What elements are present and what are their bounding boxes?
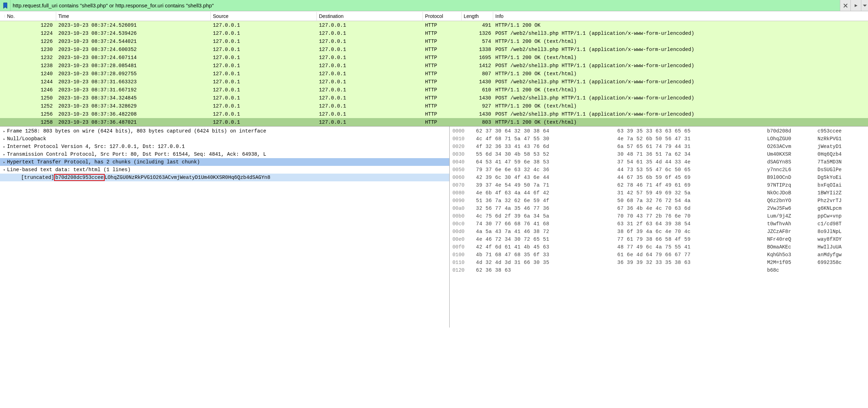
expand-caret-icon[interactable]: ▸ (1, 137, 7, 141)
hex-row[interactable]: 01104d 32 4d 3d 31 66 30 3536 39 39 32 3… (452, 259, 868, 266)
expand-caret-icon[interactable]: ▸ (1, 160, 7, 164)
truncated-body-rest: LOhqZGU0NzRkPVG1O263ACvmjWeatyD1Um40KXSR… (105, 175, 270, 180)
truncated-label: [truncated] (21, 175, 54, 180)
expand-caret-icon[interactable]: ▸ (1, 144, 7, 149)
hex-row[interactable]: 00c074 30 77 66 68 76 41 6863 31 2f 63 6… (452, 220, 868, 228)
hex-row[interactable]: 00204f 32 36 33 41 43 76 6d6a 57 65 61 7… (452, 143, 868, 150)
packet-row[interactable]: 12202023-10-23 08:37:24.526091127.0.0.11… (0, 21, 868, 29)
hex-row[interactable]: 005079 37 6e 6e 63 32 4c 3644 73 53 55 4… (452, 166, 868, 174)
hex-row[interactable]: 003055 6d 34 30 4b 58 53 5230 48 71 36 5… (452, 150, 868, 158)
hex-row[interactable]: 00d04a 5a 43 7a 41 46 38 7238 6f 39 4a 6… (452, 228, 868, 235)
expand-caret-icon[interactable]: ▾ (1, 168, 7, 172)
col-header-time[interactable]: Time (56, 12, 211, 20)
filter-bookmark-icon[interactable] (0, 0, 11, 11)
tree-row[interactable]: ▸Frame 1258: 803 bytes on wire (6424 bit… (0, 127, 449, 135)
tree-row[interactable]: ▸Transmission Control Protocol, Src Port… (0, 150, 449, 158)
packet-row[interactable]: →12562023-10-23 08:37:36.482208127.0.0.1… (0, 110, 868, 118)
hex-row[interactable]: 009051 36 7a 32 62 6e 59 4f50 68 7a 32 7… (452, 197, 868, 205)
packet-row[interactable]: →12582023-10-23 08:37:36.487021127.0.0.1… (0, 118, 868, 126)
hex-row[interactable]: 00e04e 46 72 34 30 72 65 5177 61 79 38 6… (452, 235, 868, 243)
packet-list[interactable]: 12202023-10-23 08:37:24.526091127.0.0.11… (0, 21, 868, 126)
col-header-info[interactable]: Info (493, 12, 868, 20)
packet-list-header: No. Time Source Destination Protocol Len… (0, 11, 868, 21)
filter-apply-button[interactable] (850, 0, 861, 11)
display-filter-input[interactable] (11, 0, 840, 11)
display-filter-bar (0, 0, 868, 11)
tree-response-body[interactable]: [truncated]b70d208dc953cceeLOhqZGU0NzRkP… (0, 174, 449, 181)
hex-row[interactable]: 00804e 6b 4f 63 4a 44 6f 4231 42 57 59 4… (452, 189, 868, 197)
expand-caret-icon[interactable]: ▸ (1, 129, 7, 134)
packet-row[interactable]: 12242023-10-23 08:37:24.539426127.0.0.11… (0, 29, 868, 37)
highlighted-hash: b70d208dc953ccee (54, 174, 104, 181)
filter-clear-button[interactable] (840, 0, 850, 11)
hex-row[interactable]: 004064 53 41 47 59 6e 38 5337 54 61 35 4… (452, 158, 868, 166)
hex-row[interactable]: 007039 37 4e 54 49 50 7a 7162 78 46 71 4… (452, 181, 868, 189)
hex-row[interactable]: 00104c 4f 68 71 5a 47 55 304e 7a 52 6b 5… (452, 135, 868, 143)
hex-row[interactable]: 012062 36 38 63b68c (452, 266, 868, 274)
col-header-protocol[interactable]: Protocol (423, 12, 462, 20)
hex-row[interactable]: 00f042 4f 6d 61 41 4b 45 6348 77 49 6c 4… (452, 243, 868, 251)
hex-row[interactable]: 00a032 56 77 4a 35 46 77 3667 36 4b 4e 4… (452, 205, 868, 212)
packet-details-tree[interactable]: ▸Frame 1258: 803 bytes on wire (6424 bit… (0, 127, 450, 328)
packet-row[interactable]: 12462023-10-23 08:37:31.667192127.0.0.11… (0, 86, 868, 94)
packet-row[interactable]: 12322023-10-23 08:37:24.607114127.0.0.11… (0, 53, 868, 61)
col-header-source[interactable]: Source (211, 12, 317, 20)
packet-bytes-pane[interactable]: 000062 37 30 64 32 30 38 6463 39 35 33 6… (450, 127, 868, 328)
hex-row[interactable]: 000062 37 30 64 32 30 38 6463 39 35 33 6… (452, 127, 868, 135)
tree-row[interactable]: ▸Internet Protocol Version 4, Src: 127.0… (0, 143, 449, 150)
tree-row[interactable]: ▸Null/Loopback (0, 135, 449, 143)
packet-row[interactable]: 12302023-10-23 08:37:24.600352127.0.0.11… (0, 45, 868, 53)
col-header-destination[interactable]: Destination (317, 12, 423, 20)
tree-row[interactable]: ▸Hypertext Transfer Protocol, has 2 chun… (0, 158, 449, 166)
tree-row[interactable]: ▾Line-based text data: text/html (1 line… (0, 166, 449, 174)
hex-row[interactable]: 006042 39 6c 30 4f 43 6e 4444 67 35 6b 5… (452, 174, 868, 181)
col-header-no[interactable]: No. (5, 12, 56, 20)
packet-row[interactable]: 12442023-10-23 08:37:31.663323127.0.0.11… (0, 78, 868, 86)
packet-row[interactable]: 12502023-10-23 08:37:34.324845127.0.0.11… (0, 94, 868, 102)
hex-row[interactable]: 00b04c 75 6d 2f 39 6a 34 5a70 70 43 77 2… (452, 212, 868, 220)
expand-caret-icon[interactable]: ▸ (1, 152, 7, 157)
packet-row[interactable]: 12522023-10-23 08:37:34.328629127.0.0.11… (0, 102, 868, 110)
col-header-length[interactable]: Length (462, 12, 493, 20)
packet-row[interactable]: 12262023-10-23 08:37:24.544021127.0.0.11… (0, 37, 868, 45)
hex-row[interactable]: 01004b 71 68 47 68 35 6f 3361 6e 4d 64 7… (452, 251, 868, 259)
packet-row[interactable]: 12402023-10-23 08:37:28.092755127.0.0.11… (0, 70, 868, 78)
filter-dropdown-button[interactable] (861, 0, 868, 11)
packet-row[interactable]: 12382023-10-23 08:37:28.085481127.0.0.11… (0, 61, 868, 70)
